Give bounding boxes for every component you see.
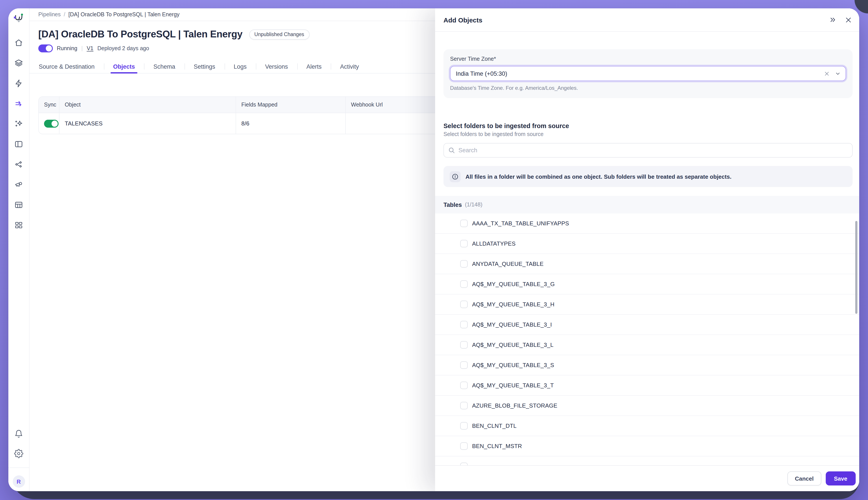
add-objects-panel: Add Objects Server Time Zone* India Time… [435, 8, 859, 491]
share-network-icon [14, 160, 23, 169]
sidebar-item-home[interactable] [11, 35, 26, 50]
save-button[interactable]: Save [825, 471, 856, 486]
checkbox[interactable] [460, 422, 468, 430]
checkbox[interactable] [460, 300, 468, 308]
sparkles-icon [14, 119, 23, 128]
checkbox[interactable] [460, 361, 468, 369]
table-item-aq-my-queue-table-3-g[interactable]: AQ$_MY_QUEUE_TABLE_3_G [435, 274, 859, 294]
sidebar: R [8, 8, 30, 491]
sidebar-item-layers[interactable] [11, 55, 26, 70]
sidebar-item-automations[interactable] [11, 76, 26, 91]
breadcrumb-pipelines[interactable]: Pipelines [38, 11, 60, 18]
version-link[interactable]: V1 [87, 45, 93, 52]
tab-logs[interactable]: Logs [224, 60, 256, 73]
tab-versions[interactable]: Versions [256, 60, 297, 73]
table-item-aq-my-queue-table-3-s[interactable]: AQ$_MY_QUEUE_TABLE_3_S [435, 355, 859, 375]
tab-schema[interactable]: Schema [144, 60, 184, 73]
timezone-value: India Time (+05:30) [456, 70, 507, 77]
table-item-aaaa-tx-tab-table-unifyapps[interactable]: AAAA_TX_TAB_TABLE_UNIFYAPPS [435, 214, 859, 234]
unpublished-changes-badge: Unpublished Changes [249, 29, 309, 39]
settings-button[interactable] [11, 446, 26, 461]
home-icon [14, 38, 23, 47]
object-name[interactable]: TALENCASES [65, 120, 103, 127]
column-header-sync: Sync [39, 97, 59, 113]
checkbox[interactable] [460, 402, 468, 409]
sidebar-item-interfaces[interactable] [11, 136, 26, 151]
zap-icon [14, 79, 23, 88]
tab-alerts[interactable]: Alerts [297, 60, 331, 73]
info-text: All files in a folder will be combined a… [465, 173, 732, 180]
chevron-down-icon[interactable] [835, 71, 841, 76]
status-label: Running [57, 45, 77, 52]
breadcrumb-current[interactable]: [DA] OracleDB To PostgreSQL | Talen Ener… [68, 11, 179, 18]
tables-label: Tables [443, 201, 462, 208]
bell-icon [14, 429, 23, 438]
collapse-right-icon[interactable] [829, 16, 836, 24]
checkbox[interactable] [460, 260, 468, 268]
close-icon[interactable] [845, 16, 852, 24]
search-box [443, 143, 853, 158]
cancel-button[interactable]: Cancel [787, 471, 821, 486]
screen: R Pipelines / [DA] OracleDB To PostgreSQ… [0, 0, 868, 500]
column-header-object: Object [59, 97, 236, 113]
table-item-anydata-queue-table[interactable]: ANYDATA_QUEUE_TABLE [435, 254, 859, 274]
layers-icon [14, 58, 23, 68]
tab-objects[interactable]: Objects [104, 60, 144, 73]
checkbox[interactable] [460, 442, 468, 450]
tables-count: (1/148) [465, 202, 483, 208]
pipeline-running-toggle[interactable] [38, 44, 53, 53]
table-item-aq-my-queue-table-3-h[interactable]: AQ$_MY_QUEUE_TABLE_3_H [435, 294, 859, 315]
breadcrumb-separator: / [64, 11, 65, 18]
table-item-aq-my-queue-table-3-l[interactable]: AQ$_MY_QUEUE_TABLE_3_L [435, 335, 859, 355]
checkbox[interactable] [460, 382, 468, 389]
table-item-aq-my-queue-table-3-i[interactable]: AQ$_MY_QUEUE_TABLE_3_I [435, 315, 859, 335]
info-icon [450, 171, 461, 182]
notifications-button[interactable] [11, 426, 26, 441]
folders-subheading: Select folders to be ingested from sourc… [443, 131, 853, 137]
search-input[interactable] [459, 147, 848, 154]
sidebar-item-tables[interactable] [11, 197, 26, 212]
timezone-helper: Database's Time Zone. For e.g. America/L… [450, 85, 846, 91]
panel-title: Add Objects [443, 16, 483, 24]
tab-settings[interactable]: Settings [184, 60, 225, 73]
unifyapps-logo-icon[interactable] [11, 11, 26, 26]
info-banner: All files in a folder will be combined a… [443, 166, 853, 187]
sidebar-nav [11, 35, 26, 232]
deploy-info: Deployed 2 days ago [97, 45, 149, 52]
panel-body: Server Time Zone* India Time (+05:30) Da… [435, 32, 859, 465]
checkbox[interactable] [460, 220, 468, 227]
checkbox[interactable] [460, 240, 468, 247]
tab-source-destination[interactable]: Source & Destination [38, 60, 104, 73]
checkbox[interactable] [460, 280, 468, 288]
panel-header: Add Objects [435, 8, 859, 32]
scrollbar-thumb[interactable] [855, 221, 857, 314]
timezone-card: Server Time Zone* India Time (+05:30) Da… [443, 49, 853, 98]
search-icon [448, 147, 455, 154]
tables-section-header: Tables (1/148) [435, 196, 859, 214]
app-window: R Pipelines / [DA] OracleDB To PostgreSQ… [8, 8, 859, 491]
page-title: [DA] OracleDB To PostgreSQL | Talen Ener… [38, 29, 243, 40]
sidebar-item-campaigns[interactable] [11, 177, 26, 192]
table-item-aq-my-queue-table-3-t[interactable]: AQ$_MY_QUEUE_TABLE_3_T [435, 375, 859, 396]
checkbox[interactable] [460, 341, 468, 349]
timezone-select[interactable]: India Time (+05:30) [450, 66, 846, 81]
avatar[interactable]: R [13, 475, 25, 488]
checkbox[interactable] [460, 463, 468, 465]
table-item-ben-clnt-dtl[interactable]: BEN_CLNT_DTL [435, 416, 859, 436]
sidebar-item-pipelines[interactable] [11, 96, 26, 111]
clear-icon[interactable] [824, 71, 830, 76]
table-item-azure-blob-file-storage[interactable]: AZURE_BLOB_FILE_STORAGE [435, 396, 859, 416]
megaphone-icon [14, 180, 23, 189]
sidebar-item-integrations[interactable] [11, 157, 26, 172]
sidebar-divider [8, 467, 29, 468]
table-item-ben-clnt-mstr[interactable]: BEN_CLNT_MSTR [435, 436, 859, 456]
checkbox[interactable] [460, 321, 468, 328]
table-item-partial[interactable] [435, 456, 859, 465]
tab-activity[interactable]: Activity [331, 60, 368, 73]
gear-icon [14, 449, 23, 458]
table-grid-icon [14, 200, 23, 209]
sidebar-item-apps[interactable] [11, 217, 26, 232]
sidebar-item-ai[interactable] [11, 116, 26, 131]
table-item-alldatatypes[interactable]: ALLDATATYPES [435, 234, 859, 254]
sync-toggle[interactable] [44, 120, 59, 127]
